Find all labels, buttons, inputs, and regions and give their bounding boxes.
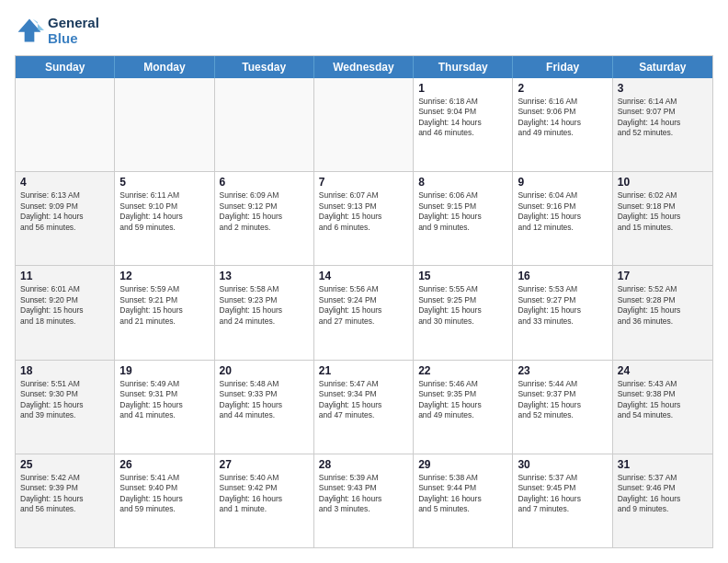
- day-number: 17: [618, 270, 708, 282]
- day-info: Sunrise: 5:49 AM Sunset: 9:31 PM Dayligh…: [119, 379, 209, 421]
- day-info: Sunrise: 6:11 AM Sunset: 9:10 PM Dayligh…: [119, 190, 209, 233]
- header-day-tuesday: Tuesday: [215, 56, 314, 78]
- calendar-row-1: 4Sunrise: 6:13 AM Sunset: 9:09 PM Daylig…: [16, 172, 712, 266]
- header-day-saturday: Saturday: [613, 56, 712, 78]
- day-info: Sunrise: 5:40 AM Sunset: 9:42 PM Dayligh…: [220, 473, 309, 515]
- calendar-row-3: 18Sunrise: 5:51 AM Sunset: 9:30 PM Dayli…: [16, 361, 712, 454]
- day-cell-13: 13Sunrise: 5:58 AM Sunset: 9:23 PM Dayli…: [215, 266, 314, 359]
- day-cell-31: 31Sunrise: 5:37 AM Sunset: 9:46 PM Dayli…: [613, 454, 712, 547]
- day-number: 24: [618, 364, 708, 377]
- day-cell-8: 8Sunrise: 6:06 AM Sunset: 9:15 PM Daylig…: [414, 172, 513, 265]
- day-info: Sunrise: 5:58 AM Sunset: 9:23 PM Dayligh…: [220, 284, 309, 327]
- empty-cell: [314, 78, 414, 171]
- day-info: Sunrise: 5:38 AM Sunset: 9:44 PM Dayligh…: [418, 473, 507, 515]
- day-number: 11: [20, 270, 109, 282]
- day-cell-30: 30Sunrise: 5:37 AM Sunset: 9:45 PM Dayli…: [513, 454, 612, 547]
- day-info: Sunrise: 5:41 AM Sunset: 9:40 PM Dayligh…: [119, 473, 209, 515]
- day-number: 23: [518, 364, 607, 377]
- calendar-header: SundayMondayTuesdayWednesdayThursdayFrid…: [16, 56, 712, 78]
- day-cell-22: 22Sunrise: 5:46 AM Sunset: 9:35 PM Dayli…: [414, 361, 513, 454]
- empty-cell: [16, 78, 115, 171]
- day-info: Sunrise: 5:55 AM Sunset: 9:25 PM Dayligh…: [418, 284, 507, 327]
- day-cell-17: 17Sunrise: 5:52 AM Sunset: 9:28 PM Dayli…: [613, 266, 712, 359]
- day-number: 19: [119, 364, 209, 377]
- day-number: 7: [319, 176, 408, 189]
- day-number: 9: [518, 176, 607, 189]
- day-info: Sunrise: 6:07 AM Sunset: 9:13 PM Dayligh…: [319, 190, 408, 233]
- day-number: 21: [319, 364, 408, 377]
- empty-cell: [215, 78, 314, 171]
- day-number: 27: [220, 458, 309, 471]
- day-cell-20: 20Sunrise: 5:48 AM Sunset: 9:33 PM Dayli…: [215, 361, 314, 454]
- day-number: 5: [119, 176, 209, 189]
- day-cell-29: 29Sunrise: 5:38 AM Sunset: 9:44 PM Dayli…: [414, 454, 513, 547]
- day-cell-21: 21Sunrise: 5:47 AM Sunset: 9:34 PM Dayli…: [314, 361, 414, 454]
- day-info: Sunrise: 5:37 AM Sunset: 9:45 PM Dayligh…: [518, 473, 607, 515]
- day-number: 29: [418, 458, 507, 471]
- day-info: Sunrise: 6:04 AM Sunset: 9:16 PM Dayligh…: [518, 190, 607, 233]
- day-cell-10: 10Sunrise: 6:02 AM Sunset: 9:18 PM Dayli…: [613, 172, 712, 265]
- calendar-row-0: 1Sunrise: 6:18 AM Sunset: 9:04 PM Daylig…: [16, 78, 712, 172]
- day-info: Sunrise: 5:53 AM Sunset: 9:27 PM Dayligh…: [518, 284, 607, 327]
- day-info: Sunrise: 5:37 AM Sunset: 9:46 PM Dayligh…: [618, 473, 708, 515]
- day-info: Sunrise: 5:43 AM Sunset: 9:38 PM Dayligh…: [618, 379, 708, 421]
- day-cell-5: 5Sunrise: 6:11 AM Sunset: 9:10 PM Daylig…: [115, 172, 214, 265]
- day-cell-25: 25Sunrise: 5:42 AM Sunset: 9:39 PM Dayli…: [16, 454, 115, 547]
- day-number: 4: [20, 176, 109, 189]
- day-number: 10: [618, 176, 708, 189]
- day-info: Sunrise: 5:42 AM Sunset: 9:39 PM Dayligh…: [20, 473, 109, 515]
- header: General Blue: [15, 15, 713, 46]
- day-info: Sunrise: 5:52 AM Sunset: 9:28 PM Dayligh…: [618, 284, 708, 327]
- day-info: Sunrise: 5:44 AM Sunset: 9:37 PM Dayligh…: [518, 379, 607, 421]
- day-info: Sunrise: 6:01 AM Sunset: 9:20 PM Dayligh…: [20, 284, 109, 327]
- day-info: Sunrise: 6:16 AM Sunset: 9:06 PM Dayligh…: [518, 97, 607, 139]
- day-cell-14: 14Sunrise: 5:56 AM Sunset: 9:24 PM Dayli…: [314, 266, 414, 359]
- day-info: Sunrise: 5:56 AM Sunset: 9:24 PM Dayligh…: [319, 284, 408, 327]
- day-number: 22: [418, 364, 507, 377]
- day-cell-28: 28Sunrise: 5:39 AM Sunset: 9:43 PM Dayli…: [314, 454, 414, 547]
- day-cell-4: 4Sunrise: 6:13 AM Sunset: 9:09 PM Daylig…: [16, 172, 115, 265]
- day-info: Sunrise: 6:18 AM Sunset: 9:04 PM Dayligh…: [418, 97, 507, 139]
- logo: General Blue: [15, 15, 99, 46]
- day-info: Sunrise: 6:02 AM Sunset: 9:18 PM Dayligh…: [618, 190, 708, 233]
- day-cell-15: 15Sunrise: 5:55 AM Sunset: 9:25 PM Dayli…: [414, 266, 513, 359]
- day-number: 6: [220, 176, 309, 189]
- day-number: 16: [518, 270, 607, 282]
- day-cell-26: 26Sunrise: 5:41 AM Sunset: 9:40 PM Dayli…: [115, 454, 214, 547]
- day-cell-18: 18Sunrise: 5:51 AM Sunset: 9:30 PM Dayli…: [16, 361, 115, 454]
- day-number: 8: [418, 176, 507, 189]
- day-info: Sunrise: 6:09 AM Sunset: 9:12 PM Dayligh…: [220, 190, 309, 233]
- day-cell-1: 1Sunrise: 6:18 AM Sunset: 9:04 PM Daylig…: [414, 78, 513, 171]
- day-info: Sunrise: 5:39 AM Sunset: 9:43 PM Dayligh…: [319, 473, 408, 515]
- logo-text: General Blue: [48, 15, 99, 46]
- day-cell-19: 19Sunrise: 5:49 AM Sunset: 9:31 PM Dayli…: [115, 361, 214, 454]
- day-number: 25: [20, 458, 109, 471]
- day-number: 15: [418, 270, 507, 282]
- day-number: 1: [418, 82, 507, 95]
- day-number: 26: [119, 458, 209, 471]
- day-info: Sunrise: 5:48 AM Sunset: 9:33 PM Dayligh…: [220, 379, 309, 421]
- day-cell-27: 27Sunrise: 5:40 AM Sunset: 9:42 PM Dayli…: [215, 454, 314, 547]
- day-cell-24: 24Sunrise: 5:43 AM Sunset: 9:38 PM Dayli…: [613, 361, 712, 454]
- day-number: 12: [119, 270, 209, 282]
- day-number: 20: [220, 364, 309, 377]
- day-cell-9: 9Sunrise: 6:04 AM Sunset: 9:16 PM Daylig…: [513, 172, 612, 265]
- day-number: 3: [618, 82, 708, 95]
- day-info: Sunrise: 6:06 AM Sunset: 9:15 PM Dayligh…: [418, 190, 507, 233]
- day-number: 2: [518, 82, 607, 95]
- header-day-wednesday: Wednesday: [314, 56, 414, 78]
- day-info: Sunrise: 6:13 AM Sunset: 9:09 PM Dayligh…: [20, 190, 109, 233]
- day-cell-2: 2Sunrise: 6:16 AM Sunset: 9:06 PM Daylig…: [513, 78, 612, 171]
- day-cell-23: 23Sunrise: 5:44 AM Sunset: 9:37 PM Dayli…: [513, 361, 612, 454]
- header-day-sunday: Sunday: [16, 56, 115, 78]
- day-info: Sunrise: 5:46 AM Sunset: 9:35 PM Dayligh…: [418, 379, 507, 421]
- day-cell-3: 3Sunrise: 6:14 AM Sunset: 9:07 PM Daylig…: [613, 78, 712, 171]
- calendar-row-2: 11Sunrise: 6:01 AM Sunset: 9:20 PM Dayli…: [16, 266, 712, 360]
- day-cell-12: 12Sunrise: 5:59 AM Sunset: 9:21 PM Dayli…: [115, 266, 214, 359]
- day-number: 13: [220, 270, 309, 282]
- calendar-row-4: 25Sunrise: 5:42 AM Sunset: 9:39 PM Dayli…: [16, 454, 712, 547]
- day-number: 30: [518, 458, 607, 471]
- page: General Blue SundayMondayTuesdayWednesda…: [0, 0, 728, 563]
- day-info: Sunrise: 5:47 AM Sunset: 9:34 PM Dayligh…: [319, 379, 408, 421]
- day-cell-16: 16Sunrise: 5:53 AM Sunset: 9:27 PM Dayli…: [513, 266, 612, 359]
